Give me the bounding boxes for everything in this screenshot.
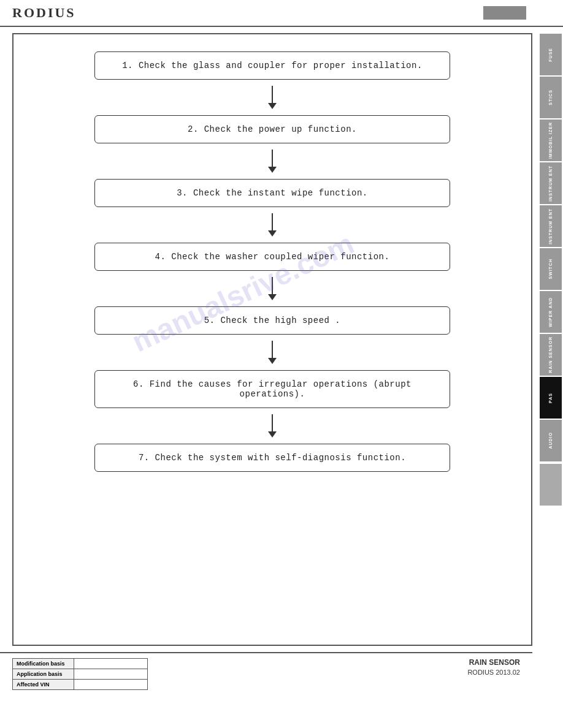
sidebar-item-label: INSTRUM ENT — [548, 165, 553, 202]
flow-step-7: 7. Check the system with self-diagnosis … — [94, 444, 450, 472]
arrow-line — [272, 277, 273, 294]
footer-value-vin — [74, 680, 148, 690]
header-gray-box — [483, 6, 526, 20]
table-row: Modification basis — [13, 659, 148, 669]
arrow-head — [268, 294, 277, 300]
sidebar-item-instrument2[interactable]: INSTRUM ENT — [540, 205, 562, 247]
sidebar-item-switch[interactable]: SWITCH — [540, 248, 562, 290]
flow-step-6: 6. Find the causes for irregular operati… — [94, 370, 450, 408]
table-row: Affected VIN — [13, 680, 148, 690]
sidebar-item-label: AUDIO — [548, 432, 553, 449]
sidebar-item-rain-sensor[interactable]: RAIN SENSOR — [540, 334, 562, 376]
sidebar-item-label: STICS — [548, 89, 553, 105]
sidebar-item-audio[interactable]: AUDIO — [540, 420, 562, 461]
footer: Modification basis Application basis Aff… — [0, 652, 532, 695]
sidebar-item-immobilizer[interactable]: IMMOBIL IZER — [540, 119, 562, 161]
flow-step-4: 4. Check the washer coupled wiper functi… — [94, 243, 450, 271]
sidebar-item-label: IMMOBIL IZER — [548, 122, 553, 159]
arrow-3 — [268, 213, 277, 237]
sidebar-item-label: RAIN SENSOR — [548, 336, 553, 373]
arrow-2 — [268, 150, 277, 173]
arrow-line — [272, 213, 273, 230]
arrow-line — [272, 341, 273, 358]
sidebar-item-wiper[interactable]: WIPER AND — [540, 291, 562, 333]
main-content: manualsrive.com 1. Check the glass and c… — [12, 33, 532, 646]
footer-doc: RODIUS 2013.02 — [467, 669, 520, 676]
footer-value-modification — [74, 659, 148, 669]
arrow-4 — [268, 277, 277, 300]
arrow-head — [268, 230, 277, 237]
logo: RODIUS — [12, 5, 76, 21]
flow-step-3: 3. Check the instant wipe function. — [94, 179, 450, 207]
flow-step-1: 1. Check the glass and coupler for prope… — [94, 51, 450, 80]
arrow-1 — [268, 86, 277, 109]
arrow-head — [268, 167, 277, 173]
sidebar-item-label: INSTRUM ENT — [548, 208, 553, 245]
table-row: Application basis — [13, 669, 148, 680]
sidebar-item-label: PAS — [548, 393, 553, 403]
flow-step-2: 2. Check the power up function. — [94, 115, 450, 143]
footer-right: RAIN SENSOR RODIUS 2013.02 — [467, 658, 520, 676]
arrow-line — [272, 150, 273, 167]
arrow-line — [272, 414, 273, 431]
footer-value-application — [74, 669, 148, 680]
sidebar-item-extra — [540, 464, 562, 506]
footer-label-vin: Affected VIN — [13, 680, 74, 690]
arrow-head — [268, 103, 277, 109]
footer-label-modification: Modification basis — [13, 659, 74, 669]
sidebar: FUSE STICS IMMOBIL IZER INSTRUM ENT INST… — [540, 0, 563, 686]
sidebar-item-pas[interactable]: PAS — [540, 377, 562, 419]
sidebar-item-stics[interactable]: STICS — [540, 77, 562, 118]
sidebar-item-label: WIPER AND — [548, 297, 553, 327]
sidebar-item-instrument1[interactable]: INSTRUM ENT — [540, 162, 562, 204]
sidebar-item-label: FUSE — [548, 48, 553, 62]
footer-label-application: Application basis — [13, 669, 74, 680]
sidebar-item-label: SWITCH — [548, 259, 553, 279]
sidebar-item-fuse[interactable]: FUSE — [540, 34, 562, 75]
arrow-6 — [268, 414, 277, 438]
footer-section: RAIN SENSOR — [467, 658, 520, 667]
arrow-5 — [268, 341, 277, 364]
flow-step-5: 5. Check the high speed . — [94, 306, 450, 335]
arrow-line — [272, 86, 273, 103]
header: RODIUS — [0, 0, 563, 27]
footer-table: Modification basis Application basis Aff… — [12, 658, 148, 690]
arrow-head — [268, 431, 277, 438]
arrow-head — [268, 358, 277, 364]
